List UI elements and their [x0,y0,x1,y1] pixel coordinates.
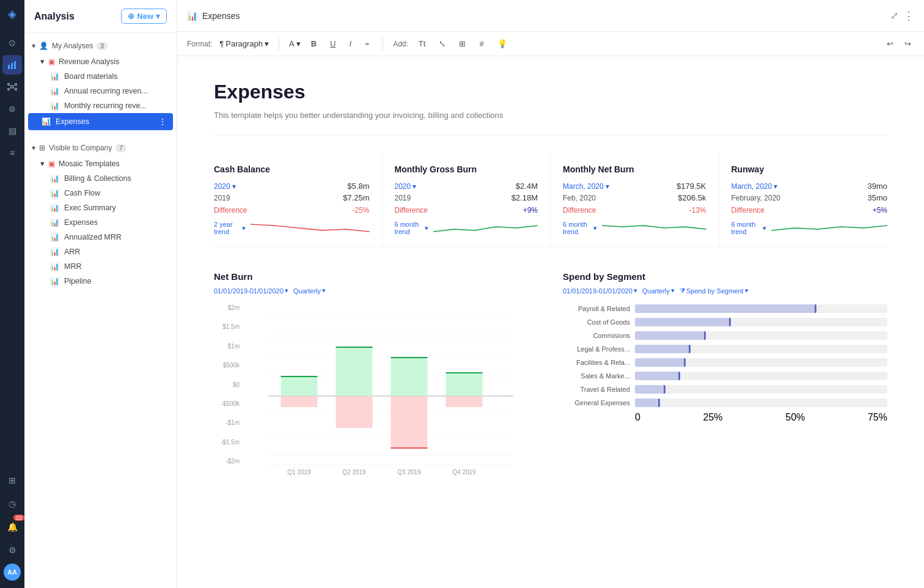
chart-icon: 📊 [50,204,59,212]
link-button[interactable]: ⌁ [362,37,373,50]
nav-icon-network[interactable] [2,77,22,97]
new-button[interactable]: ⊕ New ▾ [121,9,167,24]
app-logo[interactable]: ◈ [8,7,16,21]
sidebar-item-arr[interactable]: 📊 ARR [33,244,177,259]
add-hash-button[interactable]: # [476,37,486,50]
hbar-fill [635,331,706,340]
cash-balance-trend-label[interactable]: 2 year trend ▾ [214,221,246,235]
nav-icon-settings[interactable]: ⚙ [2,540,22,560]
nav-icon-bell[interactable]: 🔔 22 [2,517,22,537]
hbar-label: Cost of Goods [563,318,630,326]
net-burn-date-range[interactable]: 01/01/2019-01/01/2020 ▾ [214,287,288,295]
chart-icon: 📊 [50,87,59,95]
nav-icon-list[interactable]: ≡ [2,143,22,163]
font-dropdown[interactable]: A ▾ [289,39,301,48]
italic-button[interactable]: I [346,37,355,50]
runway-trend-label[interactable]: 6 month trend ▾ [732,221,766,235]
chart-icon: 📊 [50,218,59,227]
cash-balance-year1[interactable]: 2020 ▾ [214,182,236,191]
chart-icon: 📊 [50,277,59,285]
dropdown-arrow: ▾ [242,224,246,232]
hbar-row: General Expenses [563,399,887,407]
cash-balance-val1: $5.8m [347,182,369,191]
paragraph-dropdown[interactable]: ¶ Paragraph ▾ [219,39,269,48]
net-burn-trend-label[interactable]: 6 month trend ▾ [563,221,597,235]
svg-point-5 [15,84,17,86]
gross-burn-trend-label[interactable]: 6 month trend ▾ [395,221,429,235]
sidebar-item-mrr[interactable]: 📊 MRR [33,259,177,274]
sidebar-header: Analysis ⊕ New ▾ [24,0,177,33]
net-burn-period[interactable]: Quarterly ▾ [293,287,326,295]
net-burn-val2: $206.5k [678,193,706,202]
my-analyses-header[interactable]: ▾ 👤 My Analyses 3 [24,38,177,54]
runway-year1[interactable]: March, 2020 ▾ [732,182,778,191]
net-burn-year2: Feb, 2020 [563,194,596,202]
format-label: Format: [187,40,212,48]
hbar-fill [635,318,731,326]
nav-icon-target[interactable]: ⊚ [2,99,22,119]
add-chart-button[interactable]: ⤡ [436,37,449,50]
gross-burn-title: Monthly Gross Burn [395,164,538,174]
y-label-0: $0 [214,381,240,388]
net-burn-sparkline [602,219,706,237]
svg-line-10 [10,87,12,89]
chart-icon: 📊 [50,72,59,81]
sidebar-item-annual-recurring[interactable]: 📊 Annual recurring reven... [33,84,177,98]
expand-icon[interactable]: ⤢ [890,10,898,21]
bold-button[interactable]: B [308,37,320,50]
sidebar-item-billing[interactable]: 📊 Billing & Collections [33,171,177,186]
format-divider-1 [279,38,279,50]
revenue-analysis-header[interactable]: ▾ ▣ Revenue Analysis [33,54,177,69]
bar-q4-neg [446,396,483,407]
more-icon[interactable]: ⋮ [158,117,167,127]
sidebar-item-annualized-mrr[interactable]: 📊 Annualized MRR [33,230,177,244]
hbar-row: Travel & Related [563,385,887,394]
nav-icon-clock[interactable]: ◷ [2,494,22,513]
underline-button[interactable]: U [327,37,339,50]
sidebar-item-pipeline[interactable]: 📊 Pipeline [33,274,177,288]
folder-icon: ▣ [48,57,55,66]
nav-icon-analysis[interactable] [2,55,22,75]
visible-to-company-header[interactable]: ▾ ⊞ Visible to Company 7 [24,140,177,156]
sidebar-item-expenses[interactable]: 📊 Expenses ⋮ [28,113,173,130]
cash-balance-diff-val: -25% [352,206,369,215]
add-table-button[interactable]: ⊞ [456,37,469,50]
nav-icon-grid[interactable]: ⊞ [2,471,22,490]
dropdown-arrow: ▾ [322,287,326,295]
redo-button[interactable]: ↪ [901,37,914,50]
net-burn-diff-val: -13% [689,206,706,215]
sidebar-item-monthly-recurring[interactable]: 📊 Monthly recurring reve... [33,98,177,113]
nav-icon-dashboard[interactable]: ⊙ [2,33,22,53]
user-avatar[interactable]: AA [4,564,21,581]
hbar-fill [635,345,691,353]
dropdown-arrow: ▾ [671,287,675,295]
chart-icon: 📊 [42,117,51,126]
cash-balance-year2: 2019 [214,194,230,202]
gross-burn-year1[interactable]: 2020 ▾ [395,182,417,191]
doc-chart-icon: 📊 [187,11,197,21]
gross-burn-year2: 2019 [395,194,411,202]
more-options-icon[interactable]: ⋮ [903,9,914,23]
net-burn-year1[interactable]: March, 2020 ▾ [563,182,609,191]
spend-filter[interactable]: ⧩ Spend by Segment ▾ [680,287,749,295]
content-inner: Expenses This template helps you better … [177,56,924,588]
spend-date-range[interactable]: 01/01/2019-01/01/2020 ▾ [563,287,637,295]
x-label-75: 75% [868,412,887,423]
hbar-fill [635,372,680,380]
sidebar-item-expenses-template[interactable]: 📊 Expenses [33,215,177,230]
top-bar-right: ⤢ ⋮ [890,9,914,23]
hbar-fill [635,304,816,313]
spend-period[interactable]: Quarterly ▾ [642,287,675,295]
undo-button[interactable]: ↩ [884,37,897,50]
nav-icon-notes[interactable]: ▤ [2,121,22,141]
sidebar-item-cash-flow[interactable]: 📊 Cash Flow [33,186,177,200]
hbar-row: Legal & Profess... [563,345,887,353]
add-text-button[interactable]: Tt [416,37,429,50]
hbar-fill [635,358,686,367]
svg-point-7 [15,89,17,90]
hbar-fill [635,399,660,407]
add-idea-button[interactable]: 💡 [494,37,510,50]
mosaic-templates-header[interactable]: ▾ ▣ Mosaic Templates [33,156,177,171]
sidebar-item-board-materials[interactable]: 📊 Board materials [33,69,177,84]
sidebar-item-exec-summary[interactable]: 📊 Exec Summary [33,200,177,215]
